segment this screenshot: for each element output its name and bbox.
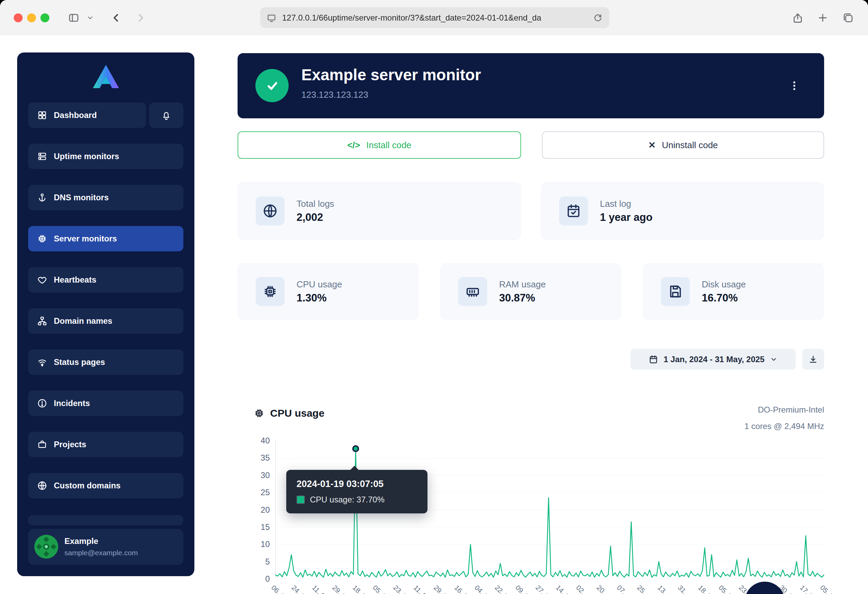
cpu-usage-label: CPU usage [297, 279, 342, 290]
x-tick-label: 02. 10. [574, 584, 595, 594]
sidebar-item-dashboard[interactable]: Dashboard [28, 102, 146, 128]
account-name: Example [65, 536, 98, 546]
back-button[interactable] [109, 10, 124, 25]
y-tick-label: 25 [246, 487, 270, 498]
x-tick-label: 06. 01. [270, 584, 290, 594]
disk-usage-card: Disk usage 16.70% [643, 263, 824, 320]
site-icon [266, 13, 277, 23]
server-name: DO-Premium-Intel [745, 402, 824, 418]
download-button[interactable] [802, 349, 824, 370]
chevron-down-icon[interactable] [84, 10, 96, 25]
sidebar-item-status-pages[interactable]: Status pages [28, 349, 183, 375]
sidebar-item-projects[interactable]: Projects [28, 432, 183, 457]
x-tick-label: 05. 05. [819, 584, 839, 594]
x-tick-label: 05. 04. [371, 584, 392, 594]
install-code-label: Install code [366, 140, 412, 151]
series-swatch [297, 496, 305, 504]
close-window-button[interactable] [14, 13, 23, 22]
monitor-header-card: Example server monitor 123.123.123.123 [238, 53, 824, 118]
heart-icon [37, 275, 47, 285]
uninstall-code-button[interactable]: ✕ Uninstall code [542, 132, 824, 159]
share-icon[interactable] [790, 10, 805, 25]
x-tick-label: 24. 01. [290, 584, 311, 594]
disk-usage-label: Disk usage [702, 279, 746, 290]
browser-toolbar: 127.0.0.1/66uptime/server-monitor/3?&sta… [0, 0, 868, 35]
x-tick-label: 29. 02. [331, 584, 351, 594]
tab-overview-icon[interactable] [841, 10, 856, 25]
date-range-picker[interactable]: 1 Jan, 2024 - 31 May, 2025 [630, 349, 796, 370]
server-meta: DO-Premium-Intel 1 cores @ 2,494 MHz [745, 402, 824, 434]
reload-icon[interactable] [593, 13, 603, 23]
sidebar-item-label: Heartbeats [54, 275, 96, 285]
y-tick-label: 20 [246, 504, 270, 516]
sidebar-item-uptime-monitors[interactable]: Uptime monitors [28, 144, 183, 169]
x-tick-label: 16. 06. [453, 584, 473, 594]
sidebar-item-dns-monitors[interactable]: DNS monitors [28, 185, 183, 210]
new-tab-icon[interactable] [815, 10, 830, 25]
chart-title: CPU usage [270, 408, 324, 419]
tooltip-timestamp: 2024-01-19 03:07:05 [297, 479, 417, 489]
alert-icon [37, 398, 47, 408]
last-log-value: 1 year ago [600, 211, 652, 224]
ram-usage-label: RAM usage [499, 279, 546, 290]
globe-icon [256, 197, 285, 225]
page-content: Dashboard Uptime monitors DNS monitors S… [0, 35, 868, 594]
x-tick-label: 18. 03. [351, 584, 372, 594]
x-icon: ✕ [648, 140, 656, 151]
install-code-button[interactable]: </> Install code [238, 132, 521, 159]
account-card[interactable]: Example sample@example.com [28, 529, 183, 565]
chart-title-row: CPU usage [254, 408, 324, 419]
status-ok-icon [255, 69, 289, 102]
x-tick-label: 04. 07. [473, 584, 494, 594]
browser-window: 127.0.0.1/66uptime/server-monitor/3?&sta… [0, 0, 868, 594]
y-tick-label: 5 [246, 556, 270, 567]
sidebar-item-server-monitors[interactable]: Server monitors [28, 226, 183, 251]
sidebar-item-label: Domain names [54, 316, 112, 326]
minimize-window-button[interactable] [27, 13, 36, 22]
calendar-check-icon [559, 197, 588, 225]
total-logs-card: Total logs 2,002 [238, 182, 521, 240]
tooltip-value: CPU usage: 37.70% [310, 495, 384, 504]
sidebar-item-incidents[interactable]: Incidents [28, 391, 183, 416]
x-tick-label: 14. 09. [554, 584, 575, 594]
ram-icon [458, 277, 487, 306]
sidebar-toggle-icon[interactable] [66, 10, 81, 25]
sidebar-item-label: Server monitors [54, 234, 117, 244]
sidebar-item-partial[interactable] [28, 515, 183, 525]
y-tick-label: 40 [246, 435, 270, 446]
sidebar-item-domain-names[interactable]: Domain names [28, 308, 183, 334]
globe-icon [37, 480, 47, 491]
address-bar[interactable]: 127.0.0.1/66uptime/server-monitor/3?&sta… [260, 7, 609, 28]
x-tick-label: 13. 12. [656, 584, 676, 594]
floating-action-button[interactable] [745, 582, 785, 594]
account-email: sample@example.com [65, 549, 138, 557]
total-logs-value: 2,002 [297, 211, 334, 224]
y-tick-label: 10 [246, 539, 270, 550]
disk-usage-value: 16.70% [702, 292, 746, 304]
y-tick-label: 15 [246, 522, 270, 533]
sidebar-item-label: Status pages [54, 358, 105, 367]
uninstall-code-label: Uninstall code [662, 140, 718, 151]
cpu-usage-card: CPU usage 1.30% [238, 263, 419, 320]
x-tick-label: 31. 12. [676, 584, 697, 594]
x-tick-label: 27. 08. [534, 584, 555, 594]
x-tick-label: 07. 11. [616, 584, 635, 594]
kebab-menu-icon[interactable] [786, 73, 803, 98]
x-tick-label: 11. 02. [310, 584, 330, 594]
sidebar-item-heartbeats[interactable]: Heartbeats [28, 267, 183, 293]
forward-button[interactable] [133, 10, 148, 25]
sidebar-item-custom-domains[interactable]: Custom domains [28, 473, 183, 498]
notifications-button[interactable] [149, 102, 183, 128]
anchor-icon [37, 192, 47, 203]
x-tick-label: 05. 02. [717, 584, 737, 594]
url-text: 127.0.0.1/66uptime/server-monitor/3?&sta… [282, 13, 593, 23]
x-tick-label: 17. 04. [798, 584, 819, 594]
sitemap-icon [37, 316, 47, 326]
zoom-window-button[interactable] [40, 13, 49, 22]
code-icon: </> [347, 140, 360, 151]
sidebar-item-label: Incidents [54, 399, 90, 408]
cpu-icon [254, 408, 265, 419]
monitor-ip: 123.123.123.123 [301, 90, 368, 100]
download-icon [808, 355, 818, 364]
x-tick-label: 23. 04. [392, 584, 412, 594]
